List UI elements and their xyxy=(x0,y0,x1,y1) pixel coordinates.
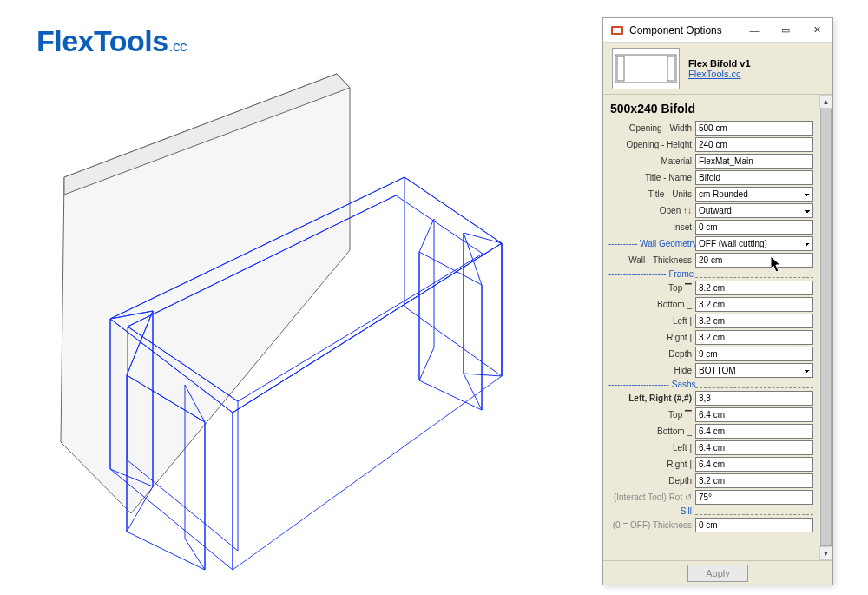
svg-rect-26 xyxy=(667,56,674,81)
lbl-sill-thickness: (0 = OFF) Thickness xyxy=(608,520,692,530)
input-sash-right[interactable] xyxy=(695,457,813,472)
options-scroll-area[interactable]: 500x240 Bifold Opening - Width Opening -… xyxy=(603,95,819,560)
minimize-button[interactable]: — xyxy=(739,18,770,43)
lbl-opening-width: Opening - Width xyxy=(608,123,692,133)
lbl-sash-bottom: Bottom _ xyxy=(608,426,692,436)
svg-marker-16 xyxy=(464,233,482,410)
panel-body: 500x240 Bifold Opening - Width Opening -… xyxy=(603,95,832,560)
apply-button[interactable]: Apply xyxy=(687,565,748,582)
divider xyxy=(695,514,813,515)
lbl-opening-height: Opening - Height xyxy=(608,140,692,149)
component-options-window: Component Options — ▭ ✕ Flex Bifold v1 F… xyxy=(602,17,833,585)
component-link[interactable]: FlexTools.cc xyxy=(688,69,751,79)
window-titlebar[interactable]: Component Options — ▭ ✕ xyxy=(603,18,832,43)
lbl-sash-depth: Depth xyxy=(608,476,692,486)
divider xyxy=(695,277,813,278)
component-thumbnail xyxy=(612,48,680,89)
lbl-inset: Inset xyxy=(608,222,692,232)
sketchup-icon xyxy=(610,23,624,37)
hdr-sill: ------------------------ Sill xyxy=(608,506,692,516)
input-sash-left[interactable] xyxy=(695,440,813,455)
hdr-sashs: --------------------- Sashs xyxy=(608,380,692,389)
close-button[interactable]: ✕ xyxy=(801,18,832,43)
window-title: Component Options xyxy=(629,24,739,36)
input-opening-height[interactable] xyxy=(695,137,813,152)
input-frame-depth[interactable] xyxy=(695,347,813,361)
input-rot[interactable] xyxy=(695,490,813,505)
lbl-wall-thickness: Wall - Thickness xyxy=(608,255,692,265)
lbl-frame-hide: Hide xyxy=(608,366,692,375)
input-frame-left[interactable] xyxy=(695,314,813,328)
scroll-thumb[interactable] xyxy=(820,109,832,546)
vertical-scrollbar[interactable]: ▲ ▼ xyxy=(819,95,832,560)
lbl-frame-right: Right | xyxy=(608,333,692,342)
lbl-frame-top: Top ▔ xyxy=(608,283,692,293)
hdr-wall-geometry: ---------- Wall Geometry xyxy=(608,239,692,248)
lbl-title-units: Title - Units xyxy=(608,189,692,199)
section-title: 500x240 Bifold xyxy=(610,102,813,116)
input-inset[interactable] xyxy=(695,220,813,235)
lbl-frame-left: Left | xyxy=(608,316,692,326)
lbl-rot: (Interact Tool) Rot ↺ xyxy=(608,493,692,502)
options-form: Opening - Width Opening - Height Materia… xyxy=(608,121,813,532)
lbl-frame-depth: Depth xyxy=(608,349,692,359)
input-sill-thickness[interactable] xyxy=(695,518,813,532)
select-wall-geometry[interactable]: OFF (wall cutting) xyxy=(695,236,813,251)
svg-rect-25 xyxy=(617,56,624,81)
select-open-direction[interactable]: Outward xyxy=(695,203,813,218)
input-sash-bottom[interactable] xyxy=(695,424,813,439)
svg-rect-23 xyxy=(613,28,621,33)
hdr-frame: -------------------- Frame xyxy=(608,269,692,279)
lbl-sash-top: Top ▔ xyxy=(608,410,692,420)
input-frame-right[interactable] xyxy=(695,330,813,345)
input-opening-width[interactable] xyxy=(695,121,813,136)
component-name: Flex Bifold v1 xyxy=(688,58,751,69)
lbl-title-name: Title - Name xyxy=(608,173,692,182)
input-frame-top[interactable] xyxy=(695,281,813,295)
component-header: Flex Bifold v1 FlexTools.cc xyxy=(603,43,832,95)
scroll-down-arrow[interactable]: ▼ xyxy=(819,546,832,560)
input-sash-depth[interactable] xyxy=(695,473,813,488)
maximize-button[interactable]: ▭ xyxy=(770,18,801,43)
scroll-up-arrow[interactable]: ▲ xyxy=(819,95,832,109)
svg-marker-15 xyxy=(464,233,502,376)
input-lr-count[interactable] xyxy=(695,391,813,406)
lbl-sash-right: Right | xyxy=(608,459,692,469)
lbl-lr-count: Left, Right (#,#) xyxy=(608,393,692,403)
apply-row: Apply xyxy=(603,560,832,585)
lbl-frame-bottom: Bottom _ xyxy=(608,300,692,309)
select-frame-hide[interactable]: BOTTOM xyxy=(695,363,813,378)
input-wall-thickness[interactable] xyxy=(695,253,813,268)
svg-marker-18 xyxy=(419,219,434,380)
lbl-open-dir: Open ↑↓ xyxy=(608,206,692,215)
select-title-units[interactable]: cm Rounded xyxy=(695,187,813,202)
input-title-name[interactable] xyxy=(695,170,813,185)
lbl-sash-left: Left | xyxy=(608,443,692,453)
divider xyxy=(695,387,813,388)
input-material[interactable] xyxy=(695,154,813,169)
lbl-material: Material xyxy=(608,156,692,166)
input-sash-top[interactable] xyxy=(695,407,813,422)
input-frame-bottom[interactable] xyxy=(695,297,813,312)
model-viewport[interactable] xyxy=(0,0,608,595)
